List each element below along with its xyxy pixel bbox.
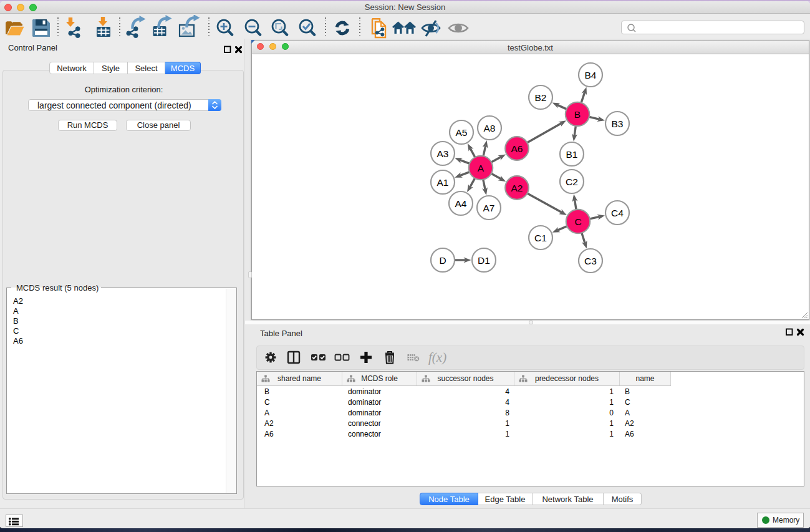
svg-text:f(x): f(x) — [428, 350, 446, 365]
svg-text:B2: B2 — [535, 92, 547, 103]
svg-text:A1: A1 — [437, 177, 449, 188]
svg-text:A8: A8 — [484, 123, 496, 133]
svg-text:A3: A3 — [437, 148, 449, 159]
svg-text:B: B — [574, 109, 581, 120]
svg-text:C1: C1 — [534, 233, 547, 243]
svg-text:A4: A4 — [455, 198, 467, 209]
svg-text:B4: B4 — [585, 70, 597, 80]
svg-text:A6: A6 — [511, 143, 523, 154]
svg-text:C4: C4 — [611, 208, 624, 218]
svg-text:A5: A5 — [456, 127, 468, 138]
svg-text:C2: C2 — [566, 177, 578, 187]
svg-text:C3: C3 — [584, 256, 597, 266]
svg-text:B3: B3 — [612, 118, 624, 129]
svg-text:A7: A7 — [483, 203, 495, 213]
svg-text:C: C — [574, 216, 581, 227]
svg-text:A2: A2 — [511, 183, 523, 193]
svg-text:D1: D1 — [478, 255, 490, 266]
svg-text:D: D — [439, 255, 446, 266]
svg-text:B1: B1 — [566, 149, 578, 160]
svg-text:A: A — [478, 163, 485, 173]
